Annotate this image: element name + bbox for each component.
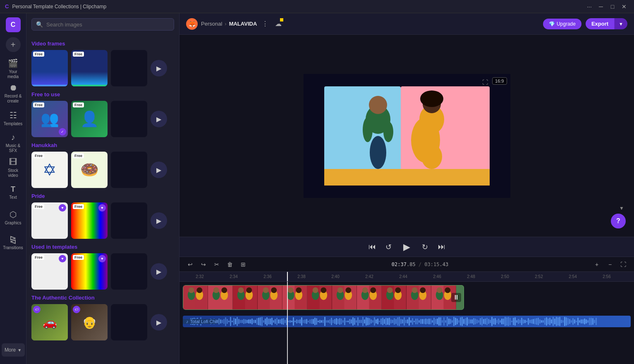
ruler-mark: 2:36	[251, 274, 285, 279]
section-title-used-in-templates[interactable]: Used in templates	[31, 244, 174, 250]
cut-btn[interactable]: ✂	[211, 259, 222, 270]
sidebar-item-text[interactable]: T Text	[2, 181, 25, 204]
svg-point-27	[221, 287, 227, 293]
search-input[interactable]	[46, 21, 170, 28]
waveform-bar	[519, 320, 521, 323]
free-badge: Free	[33, 255, 44, 260]
more-button[interactable]: More ▼	[2, 343, 25, 357]
svg-point-12	[370, 136, 386, 169]
audio-track[interactable]: ♪ Total Lofi Chill	[183, 316, 631, 327]
card-hanukkah-3[interactable]	[111, 152, 147, 188]
sidebar-item-graphics[interactable]: ⬡ Graphics	[2, 206, 25, 229]
waveform-bar	[471, 319, 473, 323]
free-badge: Free	[73, 153, 84, 158]
video-clip[interactable]: ⏸	[183, 285, 464, 310]
card-used-1[interactable]: Free ♥	[31, 253, 68, 290]
waveform-bar	[571, 320, 572, 323]
card-used-2[interactable]: Free ♥	[71, 253, 108, 290]
zoom-out-btn[interactable]: −	[604, 259, 616, 270]
breadcrumb-parent[interactable]: Personal	[201, 21, 222, 27]
waveform-bar	[225, 317, 226, 326]
redo-btn[interactable]: ↪	[198, 259, 209, 270]
card-used-3[interactable]	[111, 253, 147, 290]
more-arrow-used[interactable]: ▶	[151, 263, 167, 280]
card-free-1[interactable]: Free 👥 ✓	[31, 101, 68, 137]
more-arrow-free[interactable]: ▶	[151, 111, 167, 127]
card-pride-2[interactable]: Free ♥	[71, 202, 108, 239]
card-video-frame-2[interactable]: Free	[71, 50, 108, 86]
cards-row-used-in-templates: Free ♥ Free ♥ ▶	[31, 253, 174, 290]
waveform-bar	[503, 319, 504, 324]
sidebar-item-your-media[interactable]: 🎬 Your media	[2, 57, 25, 80]
cloud-save-btn[interactable]: ☁	[273, 18, 283, 29]
export-chevron-btn[interactable]: ▼	[614, 18, 627, 29]
section-title-free-to-use[interactable]: Free to use	[31, 91, 174, 98]
play-button[interactable]: ▶	[399, 239, 415, 255]
more-arrow-pride[interactable]: ▶	[151, 212, 167, 229]
zoom-in-btn[interactable]: +	[591, 259, 603, 270]
clipchamp-logo[interactable]: C	[6, 17, 21, 32]
rewind-btn[interactable]: ↺	[382, 240, 395, 254]
card-hanukkah-star[interactable]: Free ✡	[31, 152, 68, 188]
waveform-bar	[394, 318, 395, 325]
waveform-bar	[468, 319, 469, 324]
sidebar-item-record-create[interactable]: ⏺ Record & create	[2, 82, 25, 105]
forward-btn[interactable]: ↻	[419, 240, 432, 254]
waveform-bar	[458, 320, 459, 323]
waveform-bar	[567, 318, 569, 325]
titlebar-minimize-btn[interactable]: ─	[596, 2, 606, 12]
card-free-3[interactable]	[111, 101, 147, 137]
section-title-hanukkah[interactable]: Hanukkah	[31, 142, 174, 148]
sidebar-item-templates[interactable]: ☷ Templates	[2, 107, 25, 130]
titlebar-controls: ··· ─ □ ✕	[584, 2, 629, 12]
titlebar-more-btn[interactable]: ···	[584, 2, 594, 12]
more-arrow-hanukkah[interactable]: ▶	[151, 162, 167, 178]
kebab-menu-btn[interactable]: ⋮	[260, 18, 270, 29]
split-btn[interactable]: ⊞	[237, 259, 249, 270]
section-title-authentic[interactable]: The Authentic Collection	[31, 295, 174, 301]
more-arrow-video-frames[interactable]: ▶	[151, 60, 167, 76]
sidebar-item-music-sfx[interactable]: ♪ Music & SFX	[2, 131, 25, 155]
fit-timeline-btn[interactable]: ⛶	[617, 259, 629, 270]
skip-to-start-btn[interactable]: ⏮	[366, 240, 379, 254]
card-pride-1[interactable]: Free ♥	[31, 202, 68, 239]
sidebar-item-transitions[interactable]: ⧎ Transitions	[2, 231, 25, 254]
delete-btn[interactable]: 🗑	[224, 259, 236, 270]
help-button[interactable]: ?	[611, 214, 626, 228]
waveform-bar	[584, 319, 585, 325]
add-button[interactable]: +	[6, 37, 21, 52]
svg-point-53	[313, 287, 318, 293]
pause-indicator: ⏸	[451, 293, 461, 302]
card-free-2[interactable]: Free 👤	[71, 101, 108, 137]
upgrade-button[interactable]: 💎 Upgrade	[543, 19, 581, 29]
card-pride-3[interactable]	[111, 202, 147, 239]
waveform-bar	[275, 319, 276, 324]
card-hanukkah-donut[interactable]: Free 🍩	[71, 152, 108, 188]
titlebar-close-btn[interactable]: ✕	[619, 2, 629, 12]
card-video-frame-3[interactable]	[111, 50, 147, 86]
waveform-bar	[369, 318, 370, 324]
skip-to-end-btn[interactable]: ⏭	[435, 240, 448, 254]
card-video-frame-1[interactable]: Free	[31, 50, 68, 86]
collapse-timeline-btn[interactable]: ▼	[616, 202, 627, 214]
sidebar-item-stock-video[interactable]: 🎞 Stock video	[2, 156, 25, 179]
undo-btn[interactable]: ↩	[184, 259, 196, 270]
waveform-bar	[405, 320, 407, 323]
section-title-video-frames[interactable]: Video frames	[31, 40, 174, 47]
more-arrow-authentic[interactable]: ▶	[151, 314, 167, 331]
tag-badge-1: 🏷	[33, 306, 41, 313]
content-scroll-area[interactable]: Video frames Free Free ▶	[26, 36, 179, 364]
waveform-bar	[495, 318, 496, 325]
waveform-bar	[382, 318, 383, 325]
titlebar-maximize-btn[interactable]: □	[608, 2, 617, 12]
waveform-bar	[384, 319, 385, 324]
waveform-bar	[278, 319, 279, 324]
expand-preview-btn[interactable]: ⛶	[481, 77, 490, 87]
card-authentic-2[interactable]: 🏷 👴	[71, 304, 108, 340]
card-authentic-3[interactable]	[111, 304, 147, 340]
section-title-pride[interactable]: Pride	[31, 193, 174, 199]
card-authentic-1[interactable]: 🏷 🚗	[31, 304, 68, 340]
top-bar-right: 💎 Upgrade Export ▼	[543, 18, 627, 29]
waveform-bar	[437, 319, 438, 324]
export-button[interactable]: Export	[586, 18, 614, 29]
